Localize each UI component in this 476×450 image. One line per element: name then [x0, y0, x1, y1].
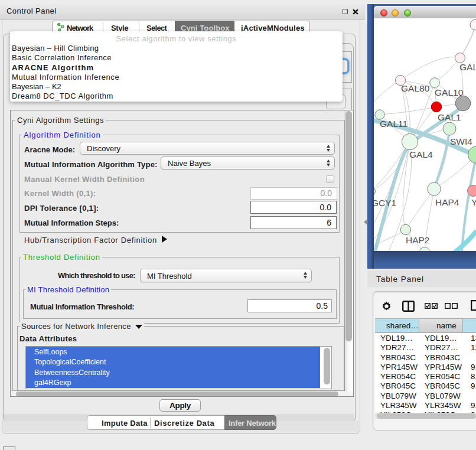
svg-text:GAL10: GAL10 [435, 87, 464, 97]
svg-text:GAL1: GAL1 [438, 112, 461, 122]
svg-text:GCY1: GCY1 [374, 198, 396, 208]
svg-text:HAP2: HAP2 [406, 235, 430, 245]
svg-text:HAP4: HAP4 [435, 197, 459, 207]
svg-text:GAL80: GAL80 [401, 83, 430, 93]
svg-text:GAL11: GAL11 [380, 119, 407, 129]
svg-text:SWI4: SWI4 [450, 136, 472, 146]
svg-text:GAL2: GAL2 [459, 62, 476, 72]
svg-text:Y: Y [471, 197, 476, 207]
svg-text:GAL4: GAL4 [409, 149, 433, 159]
